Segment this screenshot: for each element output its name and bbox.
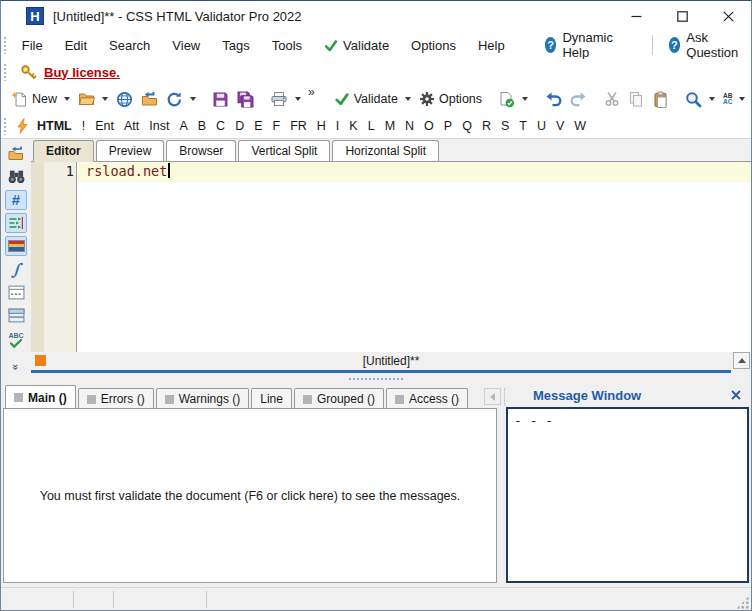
tab-warnings[interactable]: Warnings () [156,388,250,409]
tag-e[interactable]: E [249,116,267,136]
open-button[interactable] [74,88,112,110]
tab-editor[interactable]: Editor [33,140,94,162]
tag-n[interactable]: N [400,116,419,136]
tag-w[interactable]: W [569,116,591,136]
tag-h[interactable]: H [312,116,331,136]
menu-search[interactable]: Search [98,34,161,57]
spellcheck-abc-label: ABC [8,332,23,339]
scissors-icon [604,91,620,107]
spell-check-button[interactable]: ABC [5,328,27,352]
scroll-up-button[interactable] [733,352,750,369]
toolbar-overflow-button[interactable]: » [305,85,318,99]
split-window-button[interactable] [5,305,27,325]
cut-button[interactable] [600,88,624,110]
tag-a[interactable]: A [174,116,192,136]
tag-doctype[interactable]: ! [77,116,90,136]
search-button[interactable] [681,88,719,111]
validate-check-icon [334,92,350,106]
formatting-marks-toggle[interactable] [5,213,27,233]
special-characters-button[interactable]: ∫ [5,259,27,280]
redo-button[interactable] [566,88,592,110]
language-flag-toggle[interactable] [5,236,27,256]
print-button[interactable] [266,88,305,110]
tag-b[interactable]: B [193,116,211,136]
options-button[interactable]: Options [415,88,486,110]
code-editor[interactable]: 1 rsload.net [31,162,751,352]
tag-att[interactable]: Att [119,116,144,136]
tag-p[interactable]: P [439,116,457,136]
tag-r[interactable]: R [477,116,496,136]
tab-preview[interactable]: Preview [96,140,165,161]
validate-file-button[interactable] [494,88,532,111]
save-all-button[interactable] [233,88,258,111]
menu-view[interactable]: View [161,34,211,57]
tag-i[interactable]: I [331,116,344,136]
search-dropdown-caret [709,97,715,101]
menu-edit[interactable]: Edit [54,34,98,57]
tag-o[interactable]: O [419,116,439,136]
prev-tab-button[interactable] [484,388,501,405]
menu-tools[interactable]: Tools [261,34,313,57]
menubar-grip[interactable] [3,36,7,54]
tag-v[interactable]: V [551,116,569,136]
tag-f[interactable]: F [268,116,286,136]
tag-q[interactable]: Q [457,116,477,136]
undo-button[interactable] [540,88,566,110]
bookmark-margin [31,162,44,352]
menu-validate[interactable]: Validate [313,34,400,57]
tag-d[interactable]: D [230,116,249,136]
licensebar-grip[interactable] [3,63,8,81]
tag-fr[interactable]: FR [285,116,312,136]
tag-html[interactable]: HTML [31,116,77,136]
folder-import-icon [141,91,158,107]
tag-m[interactable]: M [380,116,400,136]
line-numbers-toggle[interactable]: # [5,190,27,210]
resize-grip[interactable] [736,596,749,609]
tag-inst[interactable]: Inst [144,116,174,136]
tab-grouped[interactable]: Grouped () [294,388,384,409]
results-content[interactable]: You must first validate the document (F6… [3,408,497,583]
tag-k[interactable]: K [344,116,362,136]
reload-button[interactable] [162,88,200,111]
message-window-content[interactable]: - - - [506,407,749,583]
menu-tags[interactable]: Tags [211,34,260,57]
open-url-button[interactable] [112,88,137,111]
tag-c[interactable]: C [211,116,230,136]
validate-button[interactable]: Validate [330,89,415,109]
tab-browser[interactable]: Browser [166,140,236,161]
side-toolbar-overflow[interactable]: » [10,364,22,370]
document-tab-bar[interactable]: [Untitled]** [31,352,751,370]
tag-ent[interactable]: Ent [90,116,119,136]
message-window-close-button[interactable] [731,388,741,403]
find-in-files-button[interactable] [5,167,27,187]
main-toolbar: New [1,85,751,113]
single-window-button[interactable] [5,283,27,303]
tab-vertical-split[interactable]: Vertical Split [238,140,330,161]
tab-errors[interactable]: Errors () [78,388,154,409]
tag-l[interactable]: L [363,116,380,136]
save-button[interactable] [208,88,233,111]
tag-u[interactable]: U [532,116,551,136]
tab-line[interactable]: Line [251,388,292,409]
copy-button[interactable] [624,88,648,110]
new-button[interactable]: New [7,88,74,111]
import-button[interactable] [137,88,162,110]
menu-help[interactable]: Help [467,34,516,57]
buy-license-link[interactable]: Buy license. [44,65,120,80]
tab-access[interactable]: Access () [386,388,468,409]
tab-horizontal-split[interactable]: Horizontal Split [332,140,439,161]
tag-t[interactable]: T [514,116,532,136]
left-arrow-icon [490,393,495,401]
open-recent-button[interactable] [5,144,27,164]
code-line[interactable]: rsload.net [86,163,170,179]
help-circle-icon: ? [545,37,557,53]
tab-main[interactable]: Main () [5,385,76,410]
horizontal-splitter[interactable] [1,373,751,384]
replace-button[interactable]: AB AC [719,90,749,109]
tag-s[interactable]: S [496,116,514,136]
tab-warnings-label: Warnings () [179,392,241,406]
menu-options[interactable]: Options [400,34,467,57]
menu-file[interactable]: File [11,34,54,57]
tagbar-grip[interactable] [3,117,8,135]
paste-button[interactable] [648,88,673,111]
